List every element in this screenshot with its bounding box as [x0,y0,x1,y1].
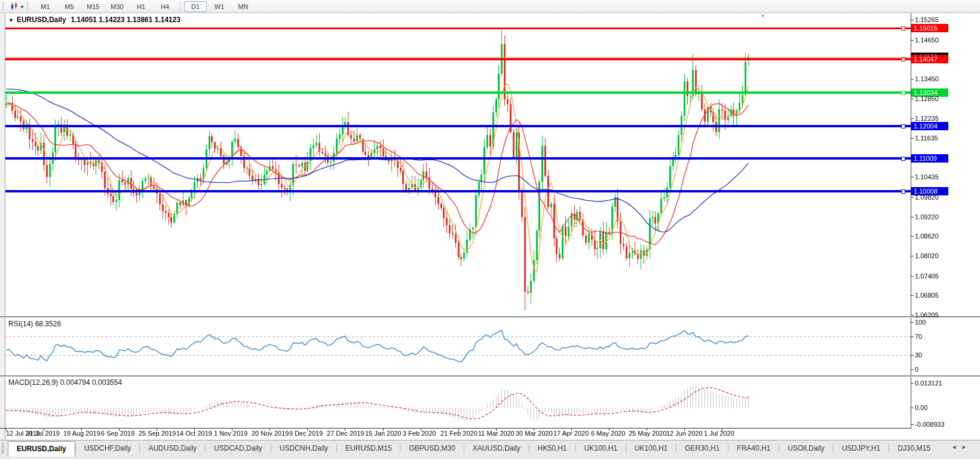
timeframe-button-m5[interactable]: M5 [58,1,81,12]
chart-tab-eurusd-m15[interactable]: EURUSD,M15 [337,442,400,457]
timeframe-button-m15[interactable]: M15 [82,1,105,12]
chart-symbol-label: EURUSD,Daily [17,16,66,24]
level-price-tag: 1.11009 [911,154,948,163]
rsi-axis-tick [911,355,914,356]
chart-type-button[interactable] [10,2,24,11]
level-line[interactable] [5,125,911,127]
chart-tab-usdcad-daily[interactable]: USDCAD,Daily [206,442,271,457]
price-axis-label: 1.09820 [915,194,939,201]
chart-tab-uk100-h1[interactable]: UK100,H1 [626,442,676,457]
time-axis-label: 6 May 2020 [591,430,625,437]
price-axis-tick [911,138,914,139]
level-line[interactable] [5,91,911,94]
macd-panel-splitter[interactable] [0,375,980,377]
level-line[interactable] [5,190,911,192]
mt4-window: M1M5M15M30H1H4D1W1MN ▼EURUSD,Daily1.1405… [0,0,980,459]
level-line[interactable] [5,58,911,60]
chart-canvas[interactable] [0,0,980,459]
price-axis-label: 1.15265 [915,16,939,23]
time-axis-label: 27 Dec 2019 [327,430,364,437]
timeframe-button-h1[interactable]: H1 [130,1,152,12]
level-line[interactable] [5,157,911,160]
dropdown-caret-icon[interactable] [20,2,24,11]
current-price-line [5,57,911,57]
time-axis-label: 1 Nov 2019 [214,430,247,437]
price-axis-tick [911,177,914,178]
level-line-handle[interactable] [901,124,905,128]
price-axis-label: 1.13450 [915,75,939,82]
timeframe-button-h4[interactable]: H4 [154,1,176,12]
next-tab-arrow-icon[interactable]: ► [961,444,972,450]
macd-axis-tick [911,383,914,384]
macd-axis-label: 0.013121 [915,380,942,387]
rsi-axis-tick [911,369,914,370]
prev-tab-arrow-icon[interactable]: ◄ [951,444,961,450]
time-axis-label: 9 Dec 2019 [289,430,323,437]
chart-tab-fra40-h1[interactable]: FRA40,H1 [728,442,779,457]
candlestick-chart-icon [10,2,20,11]
price-axis-label: 1.14650 [915,36,939,44]
price-axis-tick [911,20,914,20]
timeframe-button-m1[interactable]: M1 [34,1,57,12]
price-axis-label: 1.11635 [915,134,938,142]
time-axis-label: 30 Mar 2020 [516,430,553,437]
chart-tab-usdjpy-h1[interactable]: USDJPY,H1 [834,442,889,457]
price-axis-tick [911,217,914,218]
level-line-handle[interactable] [901,26,905,30]
toolbar-grip [2,2,7,11]
timeframe-button-mn[interactable]: MN [232,1,255,12]
timeframe-button-d1[interactable]: D1 [184,1,207,12]
toolbar-grip [27,2,31,11]
price-axis-label: 1.06205 [915,311,939,319]
price-axis-label: 1.08620 [915,232,939,240]
chart-tab-usdcnh-daily[interactable]: USDCNH,Daily [271,442,336,457]
chart-tab-usoil-daily[interactable]: USOil,Daily [779,442,832,457]
rsi-axis-label: 100 [915,319,926,326]
price-axis-label: 1.07405 [915,273,939,280]
chart-dropdown-icon[interactable]: ▼ [8,17,14,23]
price-axis-tick [911,79,914,79]
price-axis-tick [911,236,914,237]
price-axis-label: 1.10435 [915,173,939,180]
chart-shift-marker-icon[interactable]: ▼ [760,13,765,19]
time-axis-label: 15 Jan 2020 [365,430,402,437]
chart-tab-xauusd-daily[interactable]: XAUUSD,Daily [464,442,529,457]
price-axis-label: 1.12235 [915,115,939,122]
time-axis-label: 31 Jul 2019 [26,430,60,437]
chart-tab-hk50-h1[interactable]: HK50,H1 [529,442,575,457]
timeframe-button-m30[interactable]: M30 [106,1,128,12]
chart-tab-uk100-h1[interactable]: UK100,H1 [576,442,626,457]
chart-tab-gbpusd-m30[interactable]: GBPUSD,M30 [400,442,463,457]
time-axis-label: 12 Jun 2020 [666,430,703,437]
chart-tab-audusd-daily[interactable]: AUDUSD,Daily [140,442,205,457]
rsi-panel-splitter[interactable] [0,316,980,318]
level-line-handle[interactable] [901,57,905,62]
price-axis-border [911,13,911,429]
rsi-axis-label: 30 [915,351,922,359]
chart-tab-bar: EURUSD,DailyUSDCHF,DailyAUDUSD,DailyUSDC… [0,440,980,459]
level-line[interactable] [5,27,911,29]
level-line-handle[interactable] [901,157,905,161]
chart-tab-usdchf-daily[interactable]: USDCHF,Daily [76,442,140,457]
price-axis-tick [911,99,914,99]
time-axis-label: 1 Jul 2020 [704,430,734,437]
price-axis-label: 1.12850 [915,95,939,102]
chart-tab-dj30-m15[interactable]: DJ30,M15 [889,442,939,457]
macd-title: MACD(12,26,9) 0.004794 0.003554 [8,378,122,387]
rsi-axis-label: 0 [915,366,918,373]
level-line-handle[interactable] [901,189,905,194]
price-axis-tick [911,256,914,256]
chart-tab-eurusd-daily[interactable]: EURUSD,Daily [8,441,75,457]
time-axis-label: 25 May 2020 [629,430,667,437]
price-axis-tick [911,315,914,316]
timeframe-button-w1[interactable]: W1 [208,1,231,12]
price-axis-label: 1.09220 [915,213,939,221]
toolbar-separator [180,2,180,11]
chart-tab-ger30-h1[interactable]: GER30,H1 [676,442,728,457]
macd-panel-bottom-border [0,428,911,429]
chart-title: ▼EURUSD,Daily1.14051 1.14223 1.13861 1.1… [8,16,180,24]
level-line-handle[interactable] [901,91,905,95]
price-axis-tick [911,40,914,41]
price-axis-tick [911,276,914,277]
price-axis-label: 1.08020 [915,252,939,259]
